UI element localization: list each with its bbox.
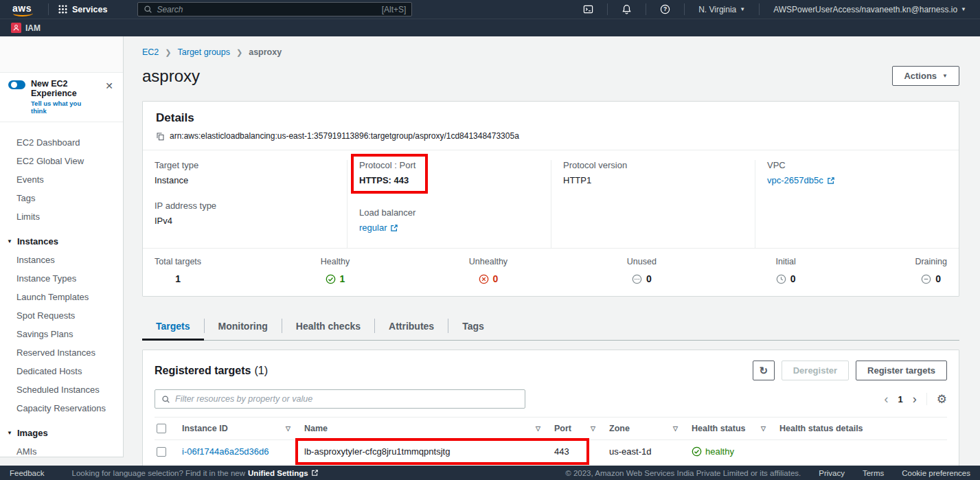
actions-button[interactable]: Actions ▼ — [892, 66, 959, 86]
services-menu-button[interactable]: Services — [56, 5, 110, 14]
breadcrumb-separator: ❯ — [165, 48, 171, 57]
tab-targets[interactable]: Targets — [142, 315, 204, 340]
copy-icon[interactable] — [156, 132, 165, 141]
external-link-icon — [827, 176, 835, 185]
section-header-label: Instances — [17, 236, 58, 247]
search-shortcut-hint: [Alt+S] — [382, 5, 407, 14]
sidebar-item-capacity-reservations[interactable]: Capacity Reservations — [0, 399, 123, 418]
unified-settings-link[interactable]: Unified Settings — [248, 469, 319, 477]
health-status-badge: healthy — [692, 446, 734, 457]
close-icon[interactable]: ✕ — [102, 79, 116, 93]
gear-icon[interactable]: ⚙ — [937, 392, 947, 407]
search-input[interactable] — [157, 5, 377, 14]
bell-icon — [622, 4, 632, 14]
field-value: Instance — [155, 175, 335, 185]
target-zone-cell: us-east-1d — [602, 440, 685, 463]
sidebar-item-scheduled-instances[interactable]: Scheduled Instances — [0, 380, 123, 399]
svg-text:?: ? — [663, 5, 667, 12]
load-balancer-link[interactable]: regular — [359, 222, 398, 233]
iam-service-icon — [11, 23, 21, 33]
sort-icon[interactable]: ▽ — [536, 425, 540, 432]
vpc-link[interactable]: vpc-2657db5c — [767, 175, 835, 185]
sidebar-item-limits[interactable]: Limits — [0, 207, 123, 226]
filter-input[interactable] — [175, 394, 519, 404]
field-label: Target type — [155, 160, 335, 170]
terms-link[interactable]: Terms — [863, 469, 884, 477]
region-selector[interactable]: N. Virginia ▼ — [692, 5, 752, 14]
deregister-button[interactable]: Deregister — [782, 361, 849, 380]
sidebar-nav: EC2 Dashboard EC2 Global View Events Tag… — [0, 122, 123, 457]
aws-logo[interactable]: aws — [12, 3, 32, 14]
stat-value: 0 — [646, 273, 652, 284]
sidebar-item-savings-plans[interactable]: Savings Plans — [0, 325, 123, 343]
sort-icon[interactable]: ▽ — [673, 425, 678, 432]
filter-field[interactable] — [155, 389, 525, 409]
column-header-instance-id: Instance ID — [182, 424, 228, 433]
external-link-icon — [311, 469, 319, 477]
row-checkbox[interactable] — [157, 447, 166, 457]
actions-label: Actions — [904, 71, 937, 81]
sidebar-item-amis[interactable]: AMIs — [0, 442, 123, 457]
minus-circle-icon — [921, 274, 931, 284]
feedback-link[interactable]: Feedback — [10, 469, 45, 477]
next-page-button[interactable]: › — [913, 393, 917, 405]
account-menu[interactable]: AWSPowerUserAccess/navaneeth.kn@harness.… — [766, 5, 973, 14]
tab-tags[interactable]: Tags — [448, 315, 498, 340]
previous-page-button[interactable]: ‹ — [885, 393, 889, 405]
stat-label: Healthy — [321, 257, 350, 266]
sidebar-item-tags[interactable]: Tags — [0, 189, 123, 207]
sidebar-item-instance-types[interactable]: Instance Types — [0, 269, 123, 288]
tab-health-checks[interactable]: Health checks — [282, 315, 374, 340]
select-all-checkbox[interactable] — [157, 424, 166, 433]
stat-value: 1 — [175, 273, 181, 284]
help-button[interactable]: ? — [653, 4, 677, 14]
breadcrumb: EC2 ❯ Target groups ❯ asproxy — [142, 47, 959, 57]
column-header-zone: Zone — [609, 424, 630, 433]
sidebar-item-spot-requests[interactable]: Spot Requests — [0, 306, 123, 325]
tab-attributes[interactable]: Attributes — [375, 315, 448, 340]
registered-targets-count: (1) — [255, 365, 269, 377]
page-number[interactable]: 1 — [898, 394, 903, 404]
new-experience-toggle[interactable] — [8, 80, 25, 89]
register-targets-button[interactable]: Register targets — [856, 361, 947, 380]
divider — [759, 3, 760, 15]
cookie-preferences-link[interactable]: Cookie preferences — [902, 469, 970, 477]
sort-icon[interactable]: ▽ — [761, 425, 766, 432]
x-circle-icon — [479, 274, 489, 284]
cloudshell-button[interactable] — [576, 4, 600, 14]
column-header-health-details: Health status details — [779, 424, 863, 433]
details-panel: Details arn:aws:elasticloadbalancing:us-… — [142, 101, 959, 297]
sort-icon[interactable]: ▽ — [286, 425, 290, 432]
refresh-button[interactable]: ↻ — [753, 361, 775, 380]
sidebar-section-images[interactable]: ▼ Images — [0, 424, 123, 442]
chevron-down-icon: ▼ — [942, 73, 948, 79]
sort-icon[interactable]: ▽ — [591, 425, 595, 432]
favorite-iam-shortcut[interactable]: IAM — [11, 23, 41, 33]
registered-targets-panel: Registered targets (1) ↻ Deregister Regi… — [142, 350, 959, 466]
check-circle-icon — [692, 446, 702, 457]
question-mark-icon: ? — [660, 4, 670, 14]
privacy-link[interactable]: Privacy — [819, 469, 845, 477]
tab-monitoring[interactable]: Monitoring — [205, 315, 282, 340]
sidebar-item-launch-templates[interactable]: Launch Templates — [0, 288, 123, 306]
top-navigation: aws Services [Alt+S] — [0, 0, 980, 36]
sidebar-item-ec2-dashboard[interactable]: EC2 Dashboard — [0, 133, 123, 152]
global-search[interactable]: [Alt+S] — [137, 2, 412, 16]
breadcrumb-ec2[interactable]: EC2 — [142, 47, 159, 57]
copyright-text: © 2023, Amazon Web Services India Privat… — [565, 469, 801, 477]
sidebar-item-ec2-global-view[interactable]: EC2 Global View — [0, 152, 123, 170]
account-label: AWSPowerUserAccess/navaneeth.kn@harness.… — [773, 5, 957, 14]
breadcrumb-target-groups[interactable]: Target groups — [178, 47, 230, 57]
new-experience-feedback-link[interactable]: Tell us what you think — [31, 100, 97, 115]
sidebar-item-reserved-instances[interactable]: Reserved Instances — [0, 343, 123, 362]
sidebar-item-instances[interactable]: Instances — [0, 251, 123, 269]
sidebar-section-instances[interactable]: ▼ Instances — [0, 232, 123, 251]
instance-id-link[interactable]: i-06f1744a6a25d36d6 — [175, 440, 297, 463]
sidebar-item-events[interactable]: Events — [0, 170, 123, 189]
notifications-button[interactable] — [615, 4, 639, 14]
external-link-icon — [390, 224, 398, 232]
field-protocol-version: Protocol version HTTP1 — [563, 160, 743, 185]
field-load-balancer: Load balancer regular — [359, 207, 539, 233]
sidebar-spacer — [0, 36, 123, 73]
sidebar-item-dedicated-hosts[interactable]: Dedicated Hosts — [0, 362, 123, 380]
